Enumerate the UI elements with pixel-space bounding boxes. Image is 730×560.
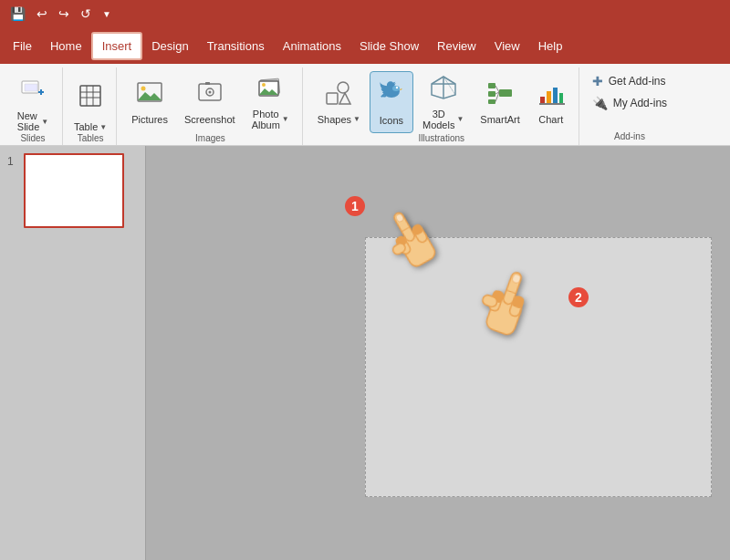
menu-view[interactable]: View xyxy=(485,34,529,58)
title-bar: 💾 ↩ ↪ ↺ ▼ xyxy=(0,0,730,27)
menu-animations[interactable]: Animations xyxy=(274,34,350,58)
new-slide-button[interactable]: NewSlide ▼ xyxy=(9,71,57,133)
my-addins-button[interactable]: 🔌 My Add-ins xyxy=(587,93,673,113)
screenshot-label: Screenshot xyxy=(184,114,235,125)
table-button[interactable]: Table ▼ xyxy=(70,71,110,133)
3d-models-button[interactable]: 3DModels ▼ xyxy=(415,71,471,133)
screenshot-button[interactable]: Screenshot xyxy=(177,71,243,133)
step-2-number: 2 xyxy=(575,290,582,305)
svg-point-18 xyxy=(262,83,266,87)
svg-marker-21 xyxy=(339,93,350,104)
svg-rect-14 xyxy=(205,82,210,85)
icons-label: Icons xyxy=(380,115,403,126)
new-slide-icon[interactable] xyxy=(9,71,57,109)
svg-point-13 xyxy=(208,90,211,93)
my-addins-label: My Add-ins xyxy=(613,97,667,109)
slides-group-label: Slides xyxy=(20,133,45,147)
get-addins-label: Get Add-ins xyxy=(609,75,666,88)
table-icon[interactable] xyxy=(70,71,110,120)
undo-icon[interactable]: ↩ xyxy=(34,5,50,22)
addins-items: ✚ Get Add-ins 🔌 My Add-ins xyxy=(587,71,673,131)
menu-home[interactable]: Home xyxy=(41,34,91,58)
tables-items: Table ▼ xyxy=(70,71,110,133)
svg-rect-4 xyxy=(80,86,100,106)
shapes-dropdown[interactable]: ▼ xyxy=(353,115,360,123)
table-dropdown-arrow[interactable]: ▼ xyxy=(99,123,107,131)
slide-1-thumbnail[interactable] xyxy=(24,153,124,228)
get-addins-button[interactable]: ✚ Get Add-ins xyxy=(587,71,673,91)
screenshot-icon xyxy=(196,80,224,112)
menu-file[interactable]: File xyxy=(4,34,41,58)
menu-slideshow[interactable]: Slide Show xyxy=(350,34,428,58)
repeat-icon[interactable]: ↺ xyxy=(78,5,94,22)
svg-rect-39 xyxy=(559,93,563,103)
photo-album-label: PhotoAlbum xyxy=(252,109,280,130)
shapes-label: Shapes xyxy=(318,114,351,125)
table-text: Table xyxy=(74,121,98,132)
get-addins-icon: ✚ xyxy=(592,74,603,88)
tables-group-label: Tables xyxy=(78,133,104,147)
ribbon-group-slides: NewSlide ▼ Slides xyxy=(4,67,63,145)
chart-label: Chart xyxy=(538,114,563,125)
3d-models-label: 3DModels xyxy=(422,109,454,130)
chart-button[interactable]: Chart xyxy=(529,71,573,133)
save-icon[interactable]: 💾 xyxy=(7,5,28,22)
menu-design[interactable]: Design xyxy=(142,34,197,58)
addins-group-label: Add-ins xyxy=(614,131,645,145)
my-addins-icon: 🔌 xyxy=(592,96,608,110)
svg-rect-1 xyxy=(25,84,37,91)
new-slide-text: NewSlide xyxy=(17,110,39,132)
ribbon-group-images: Pictures Screenshot xyxy=(119,67,303,145)
svg-rect-37 xyxy=(547,91,551,103)
redo-icon[interactable]: ↪ xyxy=(56,5,72,22)
menu-help[interactable]: Help xyxy=(529,34,572,58)
quick-access-dropdown[interactable]: ▼ xyxy=(99,8,114,20)
slide-canvas-area: 1 2 xyxy=(146,146,730,560)
svg-point-24 xyxy=(396,86,398,88)
smartart-button[interactable]: SmartArt xyxy=(473,71,527,133)
icons-icon xyxy=(378,79,405,113)
photo-album-dropdown[interactable]: ▼ xyxy=(282,115,289,123)
photo-album-icon xyxy=(256,75,284,107)
menu-transitions[interactable]: Transitions xyxy=(198,34,274,58)
pictures-icon xyxy=(136,80,163,112)
step-1-badge: 1 xyxy=(345,196,365,216)
menu-bar: File Home Insert Design Transitions Anim… xyxy=(0,27,730,64)
smartart-label: SmartArt xyxy=(480,114,519,125)
table-label[interactable]: Table ▼ xyxy=(70,120,110,133)
new-slide-svg xyxy=(20,78,46,103)
new-slide-label[interactable]: NewSlide ▼ xyxy=(9,109,57,133)
svg-rect-29 xyxy=(488,83,495,88)
svg-point-19 xyxy=(338,82,349,93)
illustrations-group-label: Illustrations xyxy=(418,133,464,147)
slide-1-container: 1 xyxy=(7,153,138,228)
3d-models-icon xyxy=(430,75,457,107)
slides-panel: 1 xyxy=(0,146,146,560)
3d-models-dropdown[interactable]: ▼ xyxy=(456,115,464,123)
ribbon-group-illustrations: Shapes ▼ Icons xyxy=(305,67,579,145)
icons-button[interactable]: Icons xyxy=(370,71,413,133)
images-group-label: Images xyxy=(195,133,225,147)
slide-1-number: 1 xyxy=(7,155,18,168)
svg-rect-36 xyxy=(540,97,545,103)
menu-review[interactable]: Review xyxy=(428,34,485,58)
new-slide-dropdown-arrow[interactable]: ▼ xyxy=(41,118,48,126)
images-items: Pictures Screenshot xyxy=(124,71,297,133)
main-content: 1 1 2 xyxy=(0,146,730,560)
table-svg xyxy=(78,84,102,108)
menu-insert[interactable]: Insert xyxy=(91,32,143,60)
svg-rect-30 xyxy=(488,91,495,97)
photo-album-button[interactable]: PhotoAlbum ▼ xyxy=(245,71,297,133)
svg-rect-38 xyxy=(553,88,558,103)
svg-marker-28 xyxy=(443,77,455,95)
pictures-button[interactable]: Pictures xyxy=(124,71,175,133)
step-2-badge: 2 xyxy=(568,287,589,307)
svg-rect-31 xyxy=(488,99,495,104)
ribbon-group-tables: Table ▼ Tables xyxy=(65,67,117,145)
illustrations-items: Shapes ▼ Icons xyxy=(310,71,573,133)
svg-rect-35 xyxy=(499,89,512,97)
shapes-button[interactable]: Shapes ▼ xyxy=(310,71,368,133)
ribbon: NewSlide ▼ Slides T xyxy=(0,64,730,146)
slides-items: NewSlide ▼ xyxy=(9,71,57,133)
step-1-number: 1 xyxy=(351,199,359,213)
